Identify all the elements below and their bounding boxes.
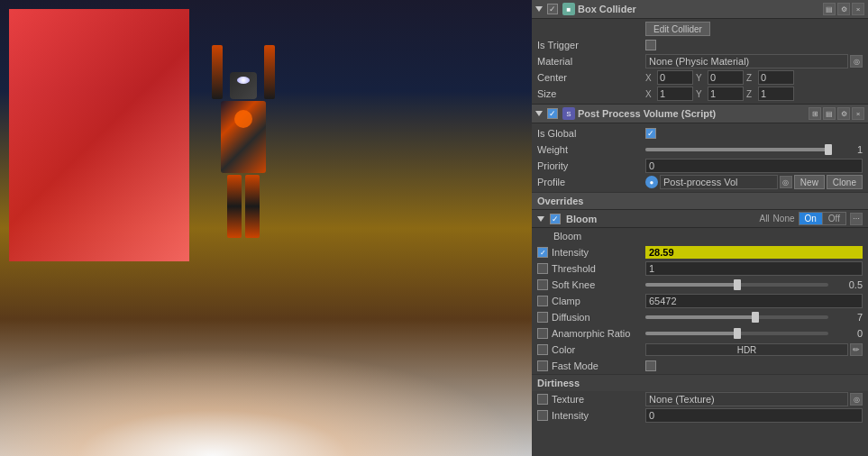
bloom-collapse-icon[interactable] bbox=[537, 216, 544, 222]
ppv-title: Post Process Volume (Script) bbox=[578, 108, 806, 119]
dirtiness-texture-dropdown[interactable]: None (Texture) bbox=[645, 392, 848, 406]
box-collider-settings-icon[interactable]: ⚙ bbox=[837, 3, 850, 15]
edit-collider-button[interactable]: Edit Collider bbox=[645, 22, 710, 36]
ppv-settings-icon[interactable]: ⚙ bbox=[837, 107, 850, 120]
bloom-diffusion-checkbox[interactable] bbox=[537, 312, 548, 323]
box-collider-menu-icon[interactable]: ▤ bbox=[823, 3, 836, 15]
size-y-label: Y bbox=[696, 89, 705, 99]
size-x-input[interactable] bbox=[657, 87, 693, 101]
bloom-color-checkbox[interactable] bbox=[537, 344, 548, 355]
scene-viewport[interactable] bbox=[0, 0, 532, 456]
bloom-clamp-input[interactable] bbox=[645, 294, 863, 308]
ppv-menu-icon[interactable]: ▤ bbox=[823, 107, 836, 120]
bloom-anamorphic-row: Anamorphic Ratio 0 bbox=[532, 325, 868, 342]
profile-dropdown[interactable]: Post-process Vol bbox=[660, 175, 778, 189]
bloom-clamp-checkbox[interactable] bbox=[537, 296, 548, 306]
bloom-softknee-slider[interactable] bbox=[645, 283, 828, 287]
robot-leg-left bbox=[227, 175, 242, 238]
bloom-label-row: Bloom bbox=[532, 228, 868, 244]
bloom-anamorphic-checkbox[interactable] bbox=[537, 328, 548, 339]
center-z-input[interactable] bbox=[758, 70, 794, 85]
ppv-body: Is Global Weight 1 Priority bbox=[532, 123, 868, 192]
bloom-clamp-value-wrap bbox=[645, 294, 863, 308]
bloom-color-field[interactable]: HDR bbox=[645, 343, 848, 356]
size-y-input[interactable] bbox=[708, 87, 744, 101]
ppv-collapse-icon[interactable] bbox=[535, 111, 543, 116]
priority-value bbox=[645, 159, 863, 173]
bloom-fastmode-checkbox[interactable] bbox=[537, 360, 548, 371]
weight-value: 1 bbox=[645, 144, 863, 155]
size-z-label: Z bbox=[746, 89, 755, 99]
bloom-fastmode-toggle[interactable] bbox=[645, 360, 656, 371]
is-trigger-label: Is Trigger bbox=[537, 40, 645, 50]
bloom-none-label[interactable]: None bbox=[773, 214, 795, 223]
bloom-toggle-group: On Off bbox=[799, 212, 847, 225]
box-collider-icon: ■ bbox=[562, 3, 575, 15]
bloom-anamorphic-label: Anamorphic Ratio bbox=[552, 328, 642, 339]
bloom-off-button[interactable]: Off bbox=[823, 213, 845, 224]
robot-arm-left bbox=[212, 45, 223, 99]
dirtiness-title: Dirtiness bbox=[537, 378, 580, 388]
dirtiness-texture-target-icon[interactable]: ◎ bbox=[850, 393, 863, 406]
center-z-label: Z bbox=[746, 73, 755, 83]
bloom-threshold-checkbox[interactable] bbox=[537, 263, 548, 274]
bloom-diffusion-row: Diffusion 7 bbox=[532, 309, 868, 325]
box-collider-close-icon[interactable]: × bbox=[852, 3, 864, 15]
center-value: X Y Z bbox=[645, 70, 863, 85]
bloom-all-label[interactable]: All bbox=[759, 214, 769, 223]
material-dropdown[interactable]: None (Physic Material) bbox=[645, 54, 848, 68]
center-y-input[interactable] bbox=[708, 70, 744, 85]
size-label: Size bbox=[537, 88, 645, 99]
bloom-diffusion-thumb bbox=[752, 312, 759, 323]
dirtiness-intensity-checkbox[interactable] bbox=[537, 410, 548, 421]
dirtiness-texture-checkbox[interactable] bbox=[537, 394, 548, 405]
bloom-anamorphic-slider[interactable] bbox=[645, 332, 828, 335]
red-wall bbox=[9, 9, 189, 261]
box-collider-enable-checkbox[interactable] bbox=[547, 4, 558, 14]
bloom-threshold-input[interactable] bbox=[645, 261, 863, 276]
bloom-more-icon[interactable]: ⋯ bbox=[850, 213, 863, 225]
weight-slider[interactable] bbox=[645, 148, 828, 151]
is-trigger-checkbox[interactable] bbox=[645, 40, 656, 50]
bloom-intensity-checkbox[interactable] bbox=[537, 247, 548, 258]
center-x-input[interactable] bbox=[657, 70, 693, 85]
ppv-close-icon[interactable]: × bbox=[852, 107, 864, 120]
is-global-checkbox[interactable] bbox=[645, 128, 656, 139]
ppv-enable-checkbox[interactable] bbox=[547, 108, 558, 119]
is-global-value bbox=[645, 128, 863, 139]
size-z-input[interactable] bbox=[758, 87, 794, 101]
dirtiness-intensity-input[interactable] bbox=[645, 408, 863, 423]
bloom-softknee-checkbox[interactable] bbox=[537, 279, 548, 290]
bloom-clamp-row: Clamp bbox=[532, 293, 868, 309]
is-global-label: Is Global bbox=[537, 128, 645, 139]
priority-input[interactable] bbox=[645, 159, 863, 173]
bloom-threshold-value-wrap bbox=[645, 261, 863, 276]
bloom-on-button[interactable]: On bbox=[799, 213, 823, 224]
bloom-color-edit-icon[interactable]: ✏ bbox=[850, 343, 863, 356]
priority-row: Priority bbox=[532, 158, 868, 174]
overrides-header: Overrides bbox=[532, 192, 868, 210]
dirtiness-texture-label: Texture bbox=[552, 394, 642, 405]
bloom-enable-checkbox[interactable] bbox=[550, 214, 561, 224]
material-target-icon[interactable]: ◎ bbox=[850, 55, 863, 68]
bloom-anamorphic-slider-row: 0 bbox=[645, 328, 863, 339]
profile-value: ● Post-process Vol ◎ New Clone bbox=[645, 175, 863, 189]
robot-body bbox=[221, 101, 266, 173]
center-y-label: Y bbox=[696, 73, 705, 83]
box-collider-header: ■ Box Collider ▤ ⚙ × bbox=[532, 0, 868, 19]
profile-round-icon: ● bbox=[645, 176, 658, 188]
box-collider-header-icons: ▤ ⚙ × bbox=[823, 3, 864, 15]
box-collider-collapse-icon[interactable] bbox=[535, 6, 543, 12]
profile-target-icon[interactable]: ◎ bbox=[780, 176, 792, 188]
bloom-intensity-input[interactable] bbox=[645, 246, 863, 259]
ppv-prefab-icon[interactable]: ⊞ bbox=[809, 107, 821, 120]
new-button[interactable]: New bbox=[794, 175, 825, 189]
dirtiness-intensity-label: Intensity bbox=[552, 410, 642, 421]
edit-collider-value: Edit Collider bbox=[645, 22, 863, 36]
size-x-label: X bbox=[645, 89, 654, 99]
center-xyz: X Y Z bbox=[645, 70, 794, 85]
clone-button[interactable]: Clone bbox=[827, 175, 863, 189]
dirtiness-header: Dirtiness bbox=[532, 374, 868, 391]
bloom-color-row: Color HDR ✏ bbox=[532, 342, 868, 358]
bloom-diffusion-slider[interactable] bbox=[645, 315, 828, 319]
